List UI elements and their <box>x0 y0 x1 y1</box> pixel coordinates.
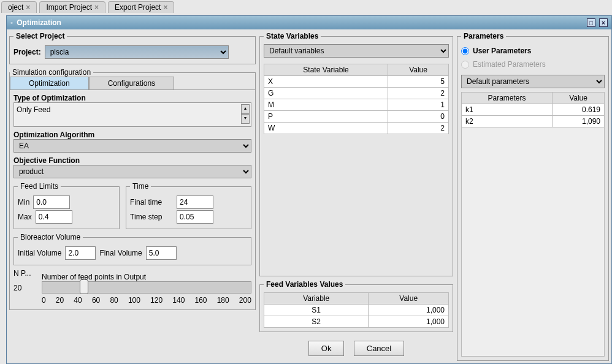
np-label: N P... <box>13 269 38 278</box>
feed-vars-group: Feed Variables Values VariableValue S11,… <box>259 280 453 332</box>
type-opt-label: Type of Optimization <box>13 94 251 102</box>
optimization-window: ◦ Optimization □ × Select Project Projec… <box>6 15 612 364</box>
spin-down-icon[interactable]: ▾ <box>241 114 250 124</box>
feed-vars-legend: Feed Variables Values <box>264 280 345 289</box>
final-volume-input[interactable] <box>146 246 177 260</box>
close-icon[interactable]: × <box>26 3 30 12</box>
project-select[interactable]: piscia <box>45 45 229 59</box>
parameters-legend: Parameters <box>461 32 506 40</box>
bg-tab[interactable]: Export Project× <box>108 1 174 13</box>
feed-max-input[interactable] <box>36 210 72 224</box>
slider-label: Number of feed points in Output <box>42 273 251 281</box>
sim-config-legend: Simulation configuration <box>10 68 93 77</box>
params-table: ParametersValue k10.619 k21,090 <box>461 92 605 127</box>
table-row: S21,000 <box>264 316 449 328</box>
time-group: Time Final time Time step <box>126 182 251 229</box>
table-row: W2 <box>264 123 449 134</box>
project-label: Project: <box>13 48 41 56</box>
params-select[interactable]: Default parameters <box>461 75 605 88</box>
ok-button[interactable]: Ok <box>308 341 345 356</box>
background-tabs: oject× Import Project× Export Project× <box>0 0 174 13</box>
time-legend: Time <box>130 182 151 191</box>
state-vars-table: State VariableValue X5 G2 M1 P0 W2 <box>264 64 449 134</box>
est-params-radio[interactable] <box>461 61 469 69</box>
time-step-input[interactable] <box>177 210 213 224</box>
feed-vars-table: VariableValue S11,000 S21,000 <box>264 292 449 328</box>
cancel-button[interactable]: Cancel <box>354 341 404 356</box>
bg-tab[interactable]: Import Project× <box>39 1 105 13</box>
state-variables-group: State Variables Default variables State … <box>259 32 453 276</box>
close-icon[interactable]: × <box>94 3 99 12</box>
simulation-config-group: Simulation configuration Optimization Co… <box>9 68 256 310</box>
table-row: M1 <box>264 99 449 111</box>
close-button[interactable]: × <box>599 18 608 27</box>
feed-limits-group: Feed Limits Min Max <box>13 182 120 229</box>
select-project-group: Select Project Project: piscia <box>9 32 256 64</box>
slider-ticks: 020406080100120140160180200 <box>42 296 251 305</box>
opt-alg-label: Optimization Algorithm <box>13 131 251 139</box>
user-params-radio[interactable] <box>461 47 469 55</box>
tab-optimization[interactable]: Optimization <box>10 77 89 89</box>
close-icon[interactable]: × <box>163 3 167 12</box>
window-title: Optimization <box>17 18 583 27</box>
maximize-button[interactable]: □ <box>587 18 595 27</box>
type-opt-list[interactable]: Only Feed ▴ ▾ <box>13 102 251 127</box>
select-project-legend: Select Project <box>13 32 67 40</box>
spin-up-icon[interactable]: ▴ <box>241 104 250 114</box>
table-row: P0 <box>264 111 449 123</box>
feed-min-input[interactable] <box>33 195 70 209</box>
init-volume-input[interactable] <box>65 246 96 260</box>
obj-func-label: Objective Function <box>13 156 251 165</box>
final-time-input[interactable] <box>177 195 213 209</box>
np-value: 20 <box>13 284 38 292</box>
bioreactor-legend: Bioreactor Volume <box>18 233 83 241</box>
table-row: k21,090 <box>462 116 605 127</box>
bioreactor-group: Bioreactor Volume Initial Volume Final V… <box>13 233 251 265</box>
table-row: k10.619 <box>462 104 605 116</box>
slider-thumb[interactable] <box>80 279 88 294</box>
table-row: G2 <box>264 88 449 99</box>
np-slider[interactable] <box>42 281 251 294</box>
type-opt-spinner[interactable]: ▴ ▾ <box>241 104 250 124</box>
titlebar[interactable]: ◦ Optimization □ × <box>7 16 611 29</box>
feed-limits-legend: Feed Limits <box>18 182 61 191</box>
window-icon: ◦ <box>10 18 13 27</box>
opt-alg-select[interactable]: EA <box>13 139 251 153</box>
tab-configurations[interactable]: Configurations <box>89 77 174 89</box>
table-row: S11,000 <box>264 305 449 316</box>
obj-func-select[interactable]: product <box>13 165 251 178</box>
table-row: X5 <box>264 76 449 88</box>
bg-tab[interactable]: oject× <box>1 1 37 13</box>
parameters-group: Parameters User Parameters Estimated Par… <box>457 32 609 361</box>
state-vars-select[interactable]: Default variables <box>264 44 449 58</box>
state-vars-legend: State Variables <box>264 32 321 40</box>
